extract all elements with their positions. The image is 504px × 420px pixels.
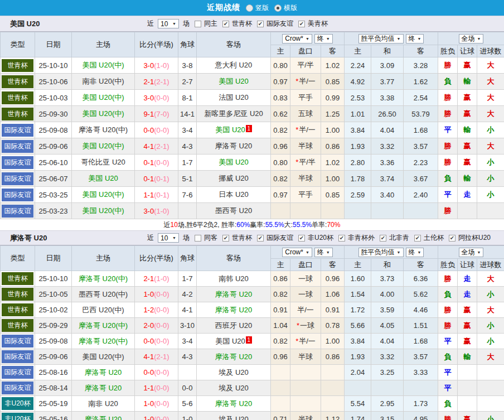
match-type-cell: 国际友谊 (1, 155, 35, 171)
away-team-cell: 法国 U20 (197, 90, 271, 106)
scope-select[interactable]: 全场▼ (459, 248, 484, 257)
team-name: 美国 U20(中) (82, 353, 124, 361)
match-type-cell: 国际友谊 (1, 365, 35, 380)
half-score: (0-0) (154, 126, 169, 134)
competition-checkbox[interactable] (257, 21, 264, 27)
mean-away-cell: 3.57 (404, 138, 438, 155)
team-name: 埃及 U20 (219, 368, 248, 376)
chevron-down-icon: ▼ (418, 37, 421, 41)
subheader-mean-home: 主 (345, 45, 371, 57)
corner-cell: 1-7 (178, 271, 197, 287)
match-date-cell: 25-05-16 (35, 412, 72, 420)
recent-count-select[interactable]: 10▼ (158, 19, 179, 28)
result-wdl-cell: 負 (438, 74, 458, 90)
section-header: 美国 U20 近10▼场同主世青杯国际友谊美青杯 (0, 16, 504, 32)
team-name: 法国 U20 (219, 93, 248, 102)
match-date-cell: 25-10-10 (35, 57, 72, 74)
card-badge: 1 (246, 125, 252, 132)
full-score: 2-1 (143, 274, 154, 283)
mean-draw-cell: 3.32 (371, 349, 404, 365)
subheader-mean-away: 客 (404, 45, 438, 57)
result-goals-cell: 小 (477, 122, 504, 138)
full-score: 1-2 (143, 306, 154, 314)
chevron-down-icon: ▼ (418, 250, 421, 254)
odds-stage-select[interactable]: 终▼ (314, 248, 333, 257)
home-team-cell: 美国 U20(中) (72, 349, 135, 365)
column-header-date: 日期 (35, 32, 72, 57)
odds-home-cell (271, 365, 290, 380)
chevron-down-icon: ▼ (326, 250, 330, 254)
competition-checkbox[interactable] (257, 235, 264, 242)
result-wdl-cell: 平 (438, 122, 458, 138)
corner-cell: 3-4 (178, 122, 197, 138)
scope-select[interactable]: 全场▼ (459, 34, 484, 44)
half-score: (1-0) (154, 207, 169, 215)
score-cell: 2-1(2-1) (135, 74, 178, 90)
horizontal-view-radio[interactable] (274, 4, 282, 12)
summary-text: 70% (327, 221, 340, 229)
vertical-view-radio[interactable] (246, 4, 253, 12)
mean-stage-select[interactable]: 终▼ (406, 248, 424, 257)
competition-checkbox[interactable] (222, 235, 229, 242)
same-venue-checkbox[interactable] (195, 235, 201, 242)
odds-provider-select[interactable]: Crow*▼ (282, 34, 312, 44)
competition-label: 土伦杯 (424, 233, 444, 243)
match-date-cell: 25-09-30 (35, 106, 72, 122)
away-team-cell: 美国 U20 (197, 155, 271, 171)
team-name: 美国 U20(中) (82, 190, 124, 199)
half-score: (0-0) (154, 399, 169, 408)
mean-type-select[interactable]: 胜平负均值▼ (358, 34, 404, 44)
match-row: 世青杯25-10-05墨西哥 U20(中)1-0(0-0)4-2摩洛哥 U200… (1, 287, 504, 302)
match-date-cell: 25-10-10 (35, 271, 72, 287)
vertical-view-label: 竖版 (255, 3, 269, 13)
match-date-cell: 25-08-16 (35, 365, 72, 380)
star-marker: * (295, 158, 298, 166)
match-type-cell: 世青杯 (1, 302, 35, 318)
mean-stage-select[interactable]: 终▼ (406, 34, 424, 44)
team-name: 美国 U20 (215, 337, 245, 345)
team-title: 美国 U20 (0, 19, 146, 29)
team-name: 美国 U20(中) (82, 109, 124, 118)
competition-checkbox[interactable] (338, 235, 345, 242)
team-name: 意大利 U20 (215, 61, 252, 69)
score-cell: 3-0(1-0) (135, 203, 178, 219)
competition-type-badge: 国际友谊 (2, 140, 33, 153)
match-date-cell: 25-09-08 (35, 122, 72, 138)
competition-label: 国际友谊 (266, 19, 293, 28)
competition-checkbox[interactable] (222, 21, 229, 27)
handicap-cell: 半球 (290, 171, 321, 187)
mean-type-select[interactable]: 胜平负均值▼ (358, 248, 404, 257)
odds-provider-select[interactable]: Crow*▼ (282, 248, 312, 257)
competition-label: 国际友谊 (266, 233, 293, 243)
competition-type-badge: 世青杯 (2, 303, 33, 316)
full-score: 0-0 (143, 368, 154, 376)
team-name: 埃及 U20 (219, 384, 248, 392)
result-handicap-cell: 輸 (458, 74, 477, 90)
odds-stage-select[interactable]: 终▼ (314, 34, 333, 44)
competition-checkbox[interactable] (298, 21, 305, 27)
competition-type-badge: 国际友谊 (2, 156, 33, 169)
competition-checkbox[interactable] (298, 235, 305, 242)
competition-checkbox[interactable] (449, 235, 455, 242)
competition-checkbox[interactable] (414, 235, 421, 242)
same-venue-checkbox[interactable] (195, 21, 201, 27)
result-handicap-cell: 赢 (458, 155, 477, 171)
recent-count-select[interactable]: 10▼ (158, 233, 179, 243)
team-name: 摩洛哥 U20 (85, 368, 122, 376)
result-wdl-cell: 負 (438, 287, 458, 302)
handicap-cell: 半球 (290, 349, 321, 365)
full-score: 0-0 (143, 126, 154, 134)
half-score: (2-1) (154, 353, 169, 361)
match-date-cell: 25-10-05 (35, 287, 72, 302)
result-goals-cell: 大 (477, 138, 504, 155)
home-team-cell: 摩洛哥 U20 (72, 412, 135, 420)
full-score: 1-1 (143, 191, 154, 199)
score-cell: 4-1(2-1) (135, 349, 178, 365)
match-type-cell: 世青杯 (1, 90, 35, 106)
team-name: 摩洛哥 U20 (85, 415, 122, 420)
competition-checkbox[interactable] (380, 235, 386, 242)
column-header-date: 日期 (35, 246, 72, 271)
score-cell: 0-1(0-1) (135, 171, 178, 187)
full-score: 3-0 (143, 207, 154, 215)
corner-cell: 5-6 (178, 396, 197, 412)
